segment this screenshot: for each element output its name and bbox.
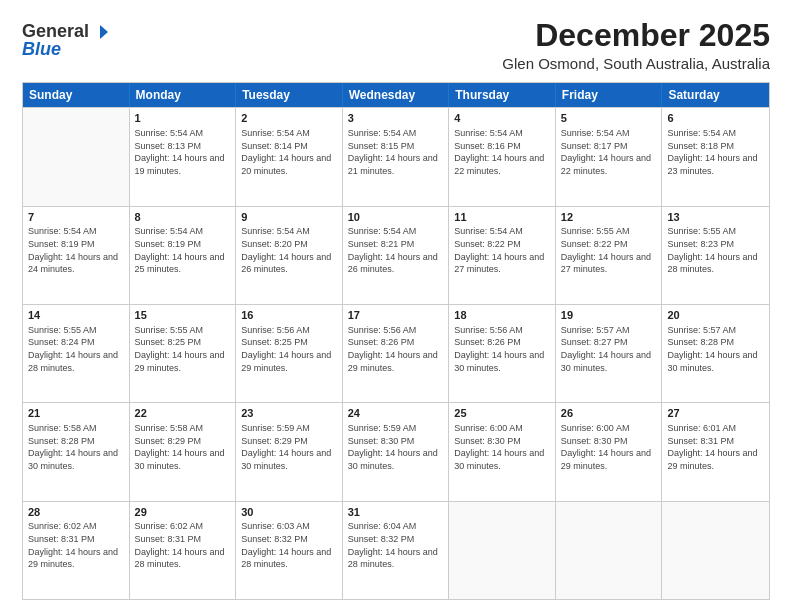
cell-info: Sunrise: 5:58 AM Sunset: 8:28 PM Dayligh… [28,422,124,472]
day-number: 26 [561,406,657,421]
day-number: 16 [241,308,337,323]
calendar-cell: 14Sunrise: 5:55 AM Sunset: 8:24 PM Dayli… [23,305,130,402]
day-number: 30 [241,505,337,520]
calendar-cell: 5Sunrise: 5:54 AM Sunset: 8:17 PM Daylig… [556,108,663,205]
day-number: 14 [28,308,124,323]
calendar-cell: 29Sunrise: 6:02 AM Sunset: 8:31 PM Dayli… [130,502,237,599]
calendar-row: 21Sunrise: 5:58 AM Sunset: 8:28 PM Dayli… [23,402,769,500]
calendar-cell [449,502,556,599]
calendar-cell: 11Sunrise: 5:54 AM Sunset: 8:22 PM Dayli… [449,207,556,304]
calendar-header: SundayMondayTuesdayWednesdayThursdayFrid… [23,83,769,107]
calendar-cell: 28Sunrise: 6:02 AM Sunset: 8:31 PM Dayli… [23,502,130,599]
day-number: 12 [561,210,657,225]
day-number: 3 [348,111,444,126]
weekday-header: Friday [556,83,663,107]
calendar-cell: 9Sunrise: 5:54 AM Sunset: 8:20 PM Daylig… [236,207,343,304]
calendar-cell: 20Sunrise: 5:57 AM Sunset: 8:28 PM Dayli… [662,305,769,402]
cell-info: Sunrise: 6:00 AM Sunset: 8:30 PM Dayligh… [454,422,550,472]
cell-info: Sunrise: 5:54 AM Sunset: 8:16 PM Dayligh… [454,127,550,177]
cell-info: Sunrise: 5:55 AM Sunset: 8:23 PM Dayligh… [667,225,764,275]
calendar-cell: 31Sunrise: 6:04 AM Sunset: 8:32 PM Dayli… [343,502,450,599]
day-number: 23 [241,406,337,421]
cell-info: Sunrise: 5:54 AM Sunset: 8:15 PM Dayligh… [348,127,444,177]
weekday-header: Wednesday [343,83,450,107]
day-number: 31 [348,505,444,520]
svg-marker-0 [100,25,108,39]
calendar-cell: 1Sunrise: 5:54 AM Sunset: 8:13 PM Daylig… [130,108,237,205]
day-number: 6 [667,111,764,126]
calendar-row: 28Sunrise: 6:02 AM Sunset: 8:31 PM Dayli… [23,501,769,599]
day-number: 8 [135,210,231,225]
calendar-cell: 26Sunrise: 6:00 AM Sunset: 8:30 PM Dayli… [556,403,663,500]
page-header: General Blue December 2025 Glen Osmond, … [22,18,770,72]
day-number: 10 [348,210,444,225]
calendar-row: 14Sunrise: 5:55 AM Sunset: 8:24 PM Dayli… [23,304,769,402]
cell-info: Sunrise: 5:54 AM Sunset: 8:21 PM Dayligh… [348,225,444,275]
calendar-cell: 17Sunrise: 5:56 AM Sunset: 8:26 PM Dayli… [343,305,450,402]
calendar-cell: 7Sunrise: 5:54 AM Sunset: 8:19 PM Daylig… [23,207,130,304]
calendar-cell: 8Sunrise: 5:54 AM Sunset: 8:19 PM Daylig… [130,207,237,304]
calendar-cell: 6Sunrise: 5:54 AM Sunset: 8:18 PM Daylig… [662,108,769,205]
cell-info: Sunrise: 5:59 AM Sunset: 8:29 PM Dayligh… [241,422,337,472]
calendar-row: 1Sunrise: 5:54 AM Sunset: 8:13 PM Daylig… [23,107,769,205]
cell-info: Sunrise: 5:54 AM Sunset: 8:13 PM Dayligh… [135,127,231,177]
calendar-cell: 23Sunrise: 5:59 AM Sunset: 8:29 PM Dayli… [236,403,343,500]
calendar-cell [662,502,769,599]
day-number: 24 [348,406,444,421]
day-number: 7 [28,210,124,225]
location-title: Glen Osmond, South Australia, Australia [502,55,770,72]
cell-info: Sunrise: 6:01 AM Sunset: 8:31 PM Dayligh… [667,422,764,472]
calendar-cell: 15Sunrise: 5:55 AM Sunset: 8:25 PM Dayli… [130,305,237,402]
cell-info: Sunrise: 5:56 AM Sunset: 8:26 PM Dayligh… [348,324,444,374]
day-number: 25 [454,406,550,421]
weekday-header: Monday [130,83,237,107]
cell-info: Sunrise: 5:54 AM Sunset: 8:19 PM Dayligh… [135,225,231,275]
cell-info: Sunrise: 5:57 AM Sunset: 8:27 PM Dayligh… [561,324,657,374]
month-title: December 2025 [502,18,770,53]
cell-info: Sunrise: 5:55 AM Sunset: 8:24 PM Dayligh… [28,324,124,374]
logo-flag-icon [91,23,109,41]
day-number: 13 [667,210,764,225]
cell-info: Sunrise: 6:02 AM Sunset: 8:31 PM Dayligh… [28,520,124,570]
day-number: 1 [135,111,231,126]
day-number: 9 [241,210,337,225]
cell-info: Sunrise: 6:03 AM Sunset: 8:32 PM Dayligh… [241,520,337,570]
calendar-cell: 25Sunrise: 6:00 AM Sunset: 8:30 PM Dayli… [449,403,556,500]
day-number: 19 [561,308,657,323]
calendar-cell: 21Sunrise: 5:58 AM Sunset: 8:28 PM Dayli… [23,403,130,500]
cell-info: Sunrise: 5:54 AM Sunset: 8:20 PM Dayligh… [241,225,337,275]
day-number: 17 [348,308,444,323]
weekday-header: Sunday [23,83,130,107]
day-number: 4 [454,111,550,126]
weekday-header: Thursday [449,83,556,107]
calendar-cell: 22Sunrise: 5:58 AM Sunset: 8:29 PM Dayli… [130,403,237,500]
calendar-cell: 3Sunrise: 5:54 AM Sunset: 8:15 PM Daylig… [343,108,450,205]
calendar-cell: 30Sunrise: 6:03 AM Sunset: 8:32 PM Dayli… [236,502,343,599]
cell-info: Sunrise: 5:54 AM Sunset: 8:17 PM Dayligh… [561,127,657,177]
weekday-header: Saturday [662,83,769,107]
day-number: 22 [135,406,231,421]
title-block: December 2025 Glen Osmond, South Austral… [502,18,770,72]
calendar-cell [23,108,130,205]
day-number: 27 [667,406,764,421]
day-number: 29 [135,505,231,520]
calendar-body: 1Sunrise: 5:54 AM Sunset: 8:13 PM Daylig… [23,107,769,599]
cell-info: Sunrise: 5:58 AM Sunset: 8:29 PM Dayligh… [135,422,231,472]
cell-info: Sunrise: 5:57 AM Sunset: 8:28 PM Dayligh… [667,324,764,374]
calendar-cell [556,502,663,599]
cell-info: Sunrise: 5:55 AM Sunset: 8:22 PM Dayligh… [561,225,657,275]
logo: General Blue [22,22,109,60]
day-number: 2 [241,111,337,126]
cell-info: Sunrise: 6:04 AM Sunset: 8:32 PM Dayligh… [348,520,444,570]
calendar-cell: 27Sunrise: 6:01 AM Sunset: 8:31 PM Dayli… [662,403,769,500]
day-number: 5 [561,111,657,126]
calendar-cell: 2Sunrise: 5:54 AM Sunset: 8:14 PM Daylig… [236,108,343,205]
calendar-cell: 18Sunrise: 5:56 AM Sunset: 8:26 PM Dayli… [449,305,556,402]
calendar-cell: 13Sunrise: 5:55 AM Sunset: 8:23 PM Dayli… [662,207,769,304]
cell-info: Sunrise: 6:02 AM Sunset: 8:31 PM Dayligh… [135,520,231,570]
cell-info: Sunrise: 5:54 AM Sunset: 8:18 PM Dayligh… [667,127,764,177]
cell-info: Sunrise: 5:59 AM Sunset: 8:30 PM Dayligh… [348,422,444,472]
day-number: 15 [135,308,231,323]
calendar-row: 7Sunrise: 5:54 AM Sunset: 8:19 PM Daylig… [23,206,769,304]
day-number: 18 [454,308,550,323]
